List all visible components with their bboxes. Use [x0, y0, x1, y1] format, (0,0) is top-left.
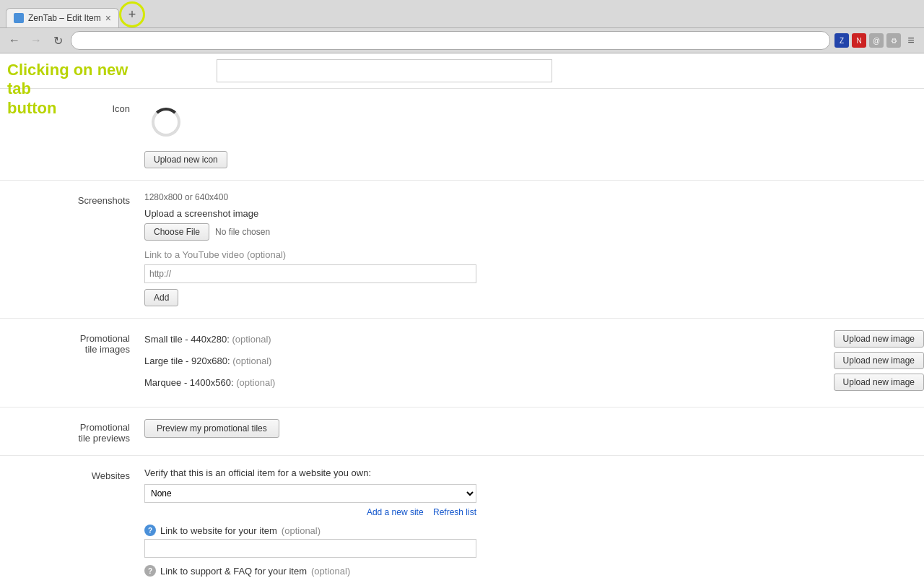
page-content: Clicking on new tab button Icon Upload n…	[0, 53, 924, 578]
site-select-row: None	[144, 484, 924, 503]
new-tab-highlight-circle	[119, 1, 145, 27]
tab-bar: ZenTab – Edit Item × +	[6, 4, 918, 27]
website-link-input[interactable]	[144, 539, 476, 558]
upload-small-tile-button[interactable]: Upload new image	[834, 330, 924, 348]
site-select[interactable]: None	[144, 484, 476, 503]
menu-button[interactable]: ≡	[904, 33, 918, 48]
screenshots-label: Screenshots	[0, 192, 144, 206]
add-new-site-link[interactable]: Add a new site	[367, 507, 424, 517]
forward-button[interactable]: →	[27, 32, 45, 49]
preview-promo-tiles-button[interactable]: Preview my promotional tiles	[144, 419, 279, 438]
browser-chrome: ZenTab – Edit Item × +	[0, 0, 924, 28]
marquee-tile-row: Marquee - 1400x560: (optional) Upload ne…	[144, 374, 924, 391]
websites-label: Websites	[0, 467, 144, 481]
websites-row: Websites Verify that this is an official…	[0, 456, 924, 578]
upload-screenshot-label: Upload a screenshot image	[144, 208, 924, 219]
ext-icon-3: @	[869, 33, 884, 48]
refresh-list-link[interactable]: Refresh list	[433, 507, 476, 517]
choose-file-button[interactable]: Choose File	[144, 223, 209, 241]
ext-icon-1: Z	[834, 33, 849, 48]
promo-previews-label: Promotional tile previews	[0, 419, 144, 444]
top-input-field[interactable]	[217, 59, 552, 82]
promo-previews-row: Promotional tile previews Preview my pro…	[0, 407, 924, 456]
icon-field: Upload new icon	[144, 100, 924, 168]
new-tab-area: +	[122, 4, 142, 25]
website-info-icon: ?	[144, 525, 156, 536]
marquee-tile-label: Marquee - 1400x560: (optional)	[144, 377, 275, 388]
screenshots-size-hint: 924x578 or 640x400	[144, 192, 924, 202]
promo-previews-field: Preview my promotional tiles	[144, 419, 924, 438]
back-button[interactable]: ←	[6, 32, 23, 49]
small-tile-label: Small tile - 440x280: (optional)	[144, 334, 271, 345]
no-file-text: No file chosen	[215, 227, 270, 237]
reload-button[interactable]: ↻	[49, 32, 66, 49]
support-info-icon: ?	[144, 565, 156, 577]
screenshots-row: Screenshots 924x578 or 640x400 Upload a…	[0, 181, 924, 319]
youtube-label: Link to a YouTube video (optional)	[144, 249, 924, 260]
youtube-url-input[interactable]	[144, 264, 476, 283]
promo-tiles-field: Small tile - 440x280: (optional) Upload …	[144, 330, 924, 395]
active-tab[interactable]: ZenTab – Edit Item ×	[6, 8, 119, 27]
promo-tiles-label: Promotional tile images	[0, 330, 144, 355]
website-link-label-row: ? Link to website for your item (optiona…	[144, 525, 924, 536]
spinner-icon	[152, 108, 180, 137]
annotation-text: Clicking on new tab button	[7, 61, 152, 118]
address-bar[interactable]	[71, 31, 830, 50]
add-refresh-row: Add a new site Refresh list	[144, 507, 476, 517]
tab-title: ZenTab – Edit Item	[28, 13, 101, 23]
support-link-label-row: ? Link to support & FAQ for your item (o…	[144, 565, 924, 577]
tab-close-btn[interactable]: ×	[105, 12, 111, 24]
browser-toolbar: ← → ↻ Z N @ ⚙ ≡	[0, 28, 924, 53]
extension-icons: Z N @ ⚙ ≡	[834, 33, 918, 48]
ext-icon-4: ⚙	[886, 33, 901, 48]
websites-field: Verify that this is an official item for…	[144, 467, 924, 578]
upload-icon-button[interactable]: Upload new icon	[144, 151, 227, 168]
add-youtube-button[interactable]: Add	[144, 289, 178, 306]
ext-icon-2: N	[852, 33, 866, 48]
tab-favicon	[14, 13, 24, 23]
small-tile-row: Small tile - 440x280: (optional) Upload …	[144, 330, 924, 348]
verify-text: Verify that this is an official item for…	[144, 467, 924, 478]
screenshots-field: 924x578 or 640x400 Upload a screenshot …	[144, 192, 924, 306]
upload-large-tile-button[interactable]: Upload new image	[834, 352, 924, 369]
large-tile-row: Large tile - 920x680: (optional) Upload …	[144, 352, 924, 369]
file-input-row: Choose File No file chosen	[144, 223, 924, 241]
promo-tiles-row: Promotional tile images Small tile - 440…	[0, 319, 924, 407]
upload-marquee-tile-button[interactable]: Upload new image	[834, 374, 924, 391]
large-tile-label: Large tile - 920x680: (optional)	[144, 355, 271, 366]
